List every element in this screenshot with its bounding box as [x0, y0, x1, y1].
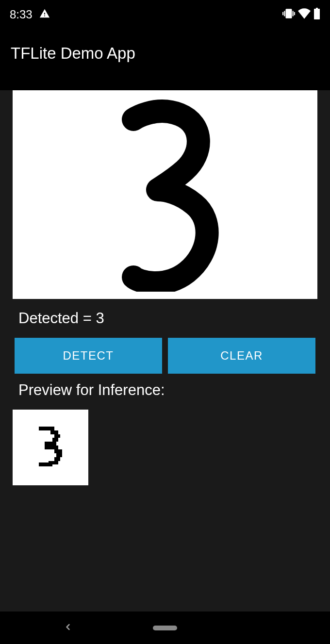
app-title: TFLite Demo App	[11, 44, 135, 63]
wifi-icon	[298, 8, 311, 21]
home-button[interactable]	[153, 626, 177, 630]
svg-rect-10	[39, 462, 52, 466]
svg-rect-3	[52, 438, 58, 442]
svg-rect-7	[56, 453, 62, 457]
vibrate-icon	[282, 7, 295, 22]
svg-rect-4	[45, 442, 56, 446]
svg-rect-1	[50, 430, 58, 434]
svg-rect-6	[54, 449, 62, 453]
content-area: Detected = 3 DETECT CLEAR Preview for In…	[0, 90, 330, 624]
navigation-bar	[0, 611, 330, 644]
battery-icon	[314, 8, 320, 21]
back-button[interactable]	[63, 622, 73, 634]
detect-button[interactable]: DETECT	[15, 338, 162, 374]
detected-result: Detected = 3	[0, 299, 330, 327]
drawing-canvas[interactable]	[13, 90, 317, 299]
svg-rect-5	[45, 446, 58, 449]
drawn-digit-3	[92, 98, 238, 292]
preview-image	[13, 410, 88, 485]
preview-digit-3	[24, 416, 77, 479]
status-left: 8:33	[10, 8, 50, 21]
button-row: DETECT CLEAR	[0, 327, 330, 374]
svg-rect-2	[54, 434, 60, 438]
app-bar: TFLite Demo App	[0, 29, 330, 78]
status-time: 8:33	[10, 8, 33, 21]
clear-button[interactable]: CLEAR	[168, 338, 315, 374]
svg-rect-0	[39, 427, 54, 430]
warning-icon	[39, 8, 50, 21]
svg-rect-8	[54, 457, 60, 461]
status-bar: 8:33	[0, 0, 330, 29]
preview-label: Preview for Inference:	[0, 374, 330, 399]
status-right	[282, 7, 320, 22]
